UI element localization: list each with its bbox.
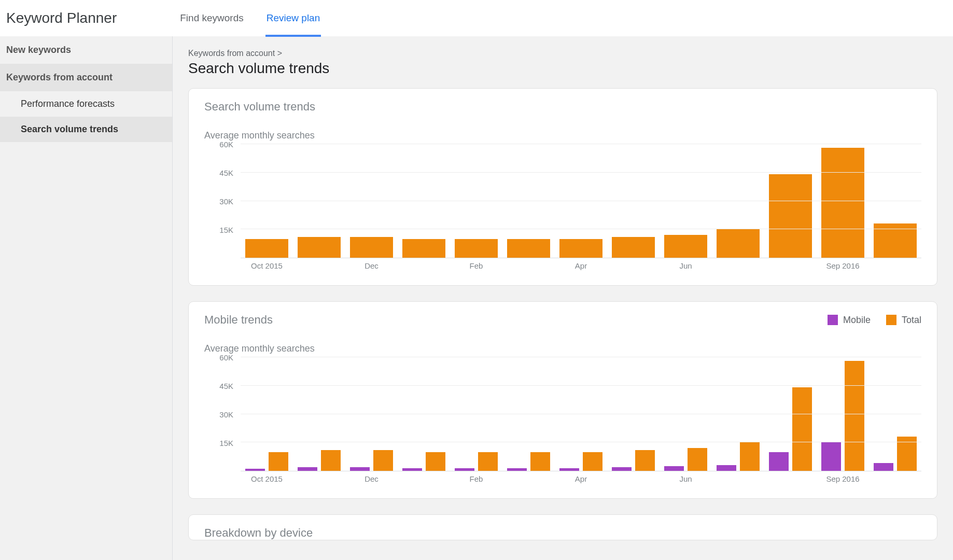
bar-group (607, 357, 660, 471)
bar-mobile[interactable] (821, 442, 841, 471)
sidebar-item-search-volume-trends[interactable]: Search volume trends (0, 117, 172, 142)
bar-group (398, 357, 450, 471)
bar-slot (398, 357, 450, 471)
x-tick: Feb (450, 474, 502, 484)
sidebar-item-keywords-from-account[interactable]: Keywords from account (0, 64, 172, 91)
chart-subtitle: Average monthly searches (204, 130, 921, 141)
gridline (241, 229, 921, 229)
bar-group (764, 357, 817, 471)
y-tick: 45K (219, 169, 233, 177)
bar-group (869, 357, 921, 471)
x-tick (293, 261, 345, 271)
bar-slot (555, 357, 607, 471)
bar-total[interactable] (688, 448, 707, 471)
bar-slot (450, 144, 502, 258)
bar-slot (293, 144, 345, 258)
bar-mobile[interactable] (874, 463, 893, 471)
sidebar-item-new-keywords[interactable]: New keywords (0, 36, 172, 64)
bar-mobile[interactable] (455, 468, 474, 471)
bar-total[interactable] (455, 239, 498, 258)
bar-slot (502, 357, 555, 471)
bar-slot (764, 357, 817, 471)
bar-group (345, 357, 398, 471)
bar-mobile[interactable] (350, 467, 370, 471)
bar-total[interactable] (612, 237, 655, 258)
x-tick (712, 261, 764, 271)
x-tick: Sep 2016 (817, 474, 869, 484)
bar-total[interactable] (530, 452, 550, 471)
bar-total[interactable] (559, 239, 602, 258)
card-search-volume-trends: Search volume trends Average monthly sea… (188, 88, 937, 286)
bar-mobile[interactable] (664, 466, 684, 471)
chart-mobile-trends: 60K45K30K15K Oct 2015DecFebAprJunSep 201… (204, 357, 921, 484)
legend: MobileTotal (828, 315, 921, 326)
bar-total[interactable] (321, 450, 341, 471)
bar-total[interactable] (717, 229, 760, 258)
bar-total[interactable] (821, 148, 864, 258)
bar-slot (764, 144, 817, 258)
bar-total[interactable] (845, 361, 864, 471)
bar-mobile[interactable] (769, 452, 789, 471)
x-tick (712, 474, 764, 484)
bar-mobile[interactable] (402, 468, 422, 471)
main-content: Keywords from account > Search volume tr… (173, 36, 953, 560)
bar-total[interactable] (373, 450, 393, 471)
bar-total[interactable] (583, 452, 602, 471)
x-tick: Feb (450, 261, 502, 271)
bar-total[interactable] (635, 450, 655, 471)
bar-slot (241, 357, 293, 471)
legend-item-total[interactable]: Total (886, 315, 921, 326)
bar-total[interactable] (298, 237, 341, 258)
card-mobile-trends: Mobile trends MobileTotal Average monthl… (188, 301, 937, 499)
card-title: Search volume trends (204, 100, 315, 114)
x-tick: Dec (345, 474, 398, 484)
sidebar-item-performance-forecasts[interactable]: Performance forecasts (0, 91, 172, 117)
bar-mobile[interactable] (298, 467, 317, 471)
bar-mobile[interactable] (612, 467, 632, 471)
bar-mobile[interactable] (559, 468, 579, 471)
page-title: Search volume trends (188, 60, 937, 77)
bar-slot (293, 357, 345, 471)
bar-total[interactable] (769, 174, 812, 258)
breadcrumb[interactable]: Keywords from account > (188, 49, 937, 58)
x-tick: Apr (555, 261, 607, 271)
bar-slot (450, 357, 502, 471)
chart-search-volume: 60K45K30K15K Oct 2015DecFebAprJunSep 201… (204, 144, 921, 271)
x-tick: Oct 2015 (241, 261, 293, 271)
bar-mobile[interactable] (717, 465, 736, 471)
bar-total[interactable] (478, 452, 498, 471)
bar-total[interactable] (402, 239, 445, 258)
bar-total[interactable] (507, 239, 550, 258)
card-title: Mobile trends (204, 313, 273, 327)
legend-item-mobile[interactable]: Mobile (828, 315, 871, 326)
bar-total[interactable] (426, 452, 445, 471)
bar-total[interactable] (350, 237, 393, 258)
bar-group (450, 357, 502, 471)
bar-total[interactable] (792, 387, 812, 471)
bar-group (555, 357, 607, 471)
legend-swatch (828, 315, 838, 325)
bar-total[interactable] (245, 239, 288, 258)
y-tick: 30K (219, 410, 233, 419)
bar-slot (817, 357, 869, 471)
x-tick (764, 474, 817, 484)
bar-slot (502, 144, 555, 258)
x-tick: Jun (660, 474, 712, 484)
bar-slot (712, 144, 764, 258)
bar-group (293, 357, 345, 471)
bar-mobile[interactable] (507, 468, 527, 471)
bar-group (502, 357, 555, 471)
bar-total[interactable] (664, 235, 707, 258)
header-tab-review-plan[interactable]: Review plan (265, 0, 321, 36)
x-tick (764, 261, 817, 271)
gridline (241, 144, 921, 144)
bar-slot (607, 357, 660, 471)
sidebar: New keywordsKeywords from accountPerform… (0, 36, 173, 560)
bar-total[interactable] (269, 452, 288, 471)
bar-slot (660, 357, 712, 471)
bar-slot (660, 144, 712, 258)
bar-total[interactable] (740, 442, 760, 471)
y-tick: 15K (219, 226, 233, 234)
header-tab-find-keywords[interactable]: Find keywords (179, 0, 245, 36)
bar-mobile[interactable] (245, 469, 265, 471)
